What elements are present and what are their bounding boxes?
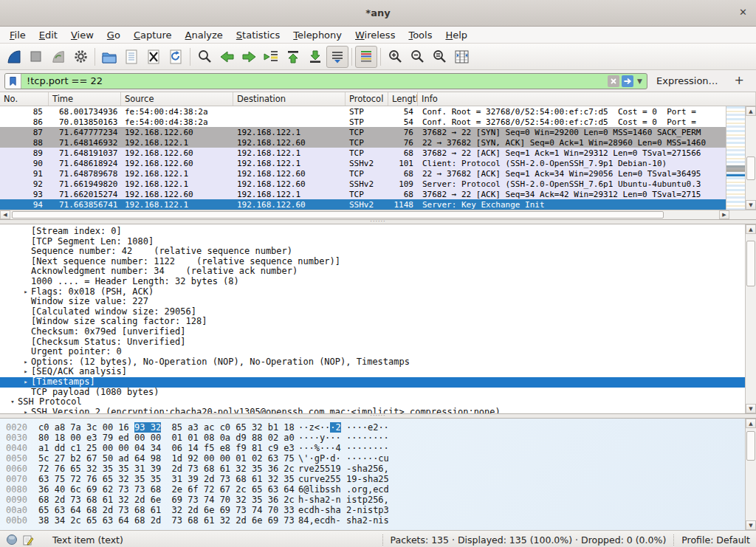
expand-arrow-icon[interactable]: ▸ bbox=[21, 357, 31, 368]
hex-row[interactable]: 00505c 27 b2 67 50 ad 64 98 1d 92 00 00 … bbox=[6, 453, 745, 464]
hex-bytes[interactable]: 68 2d 73 68 61 32 2d 6e 69 73 74 70 32 3… bbox=[38, 495, 298, 505]
clear-filter-icon[interactable] bbox=[608, 75, 619, 87]
column-header-info[interactable]: Info bbox=[418, 92, 756, 106]
scrollbar-thumb[interactable] bbox=[746, 241, 755, 286]
hex-ascii[interactable]: 6@libssh .org,ecd bbox=[298, 484, 389, 495]
packet-row[interactable]: 9471.663856741192.168.122.1192.168.122.6… bbox=[0, 199, 726, 210]
detail-line[interactable]: [Checksum Status: Unverified] bbox=[0, 337, 745, 348]
packet-list-hscrollbar[interactable]: ◀ ▶ bbox=[0, 210, 756, 219]
detail-line[interactable]: [Next sequence number: 1122 (relative se… bbox=[0, 257, 745, 267]
scroll-up-icon[interactable]: ▲ bbox=[746, 106, 756, 116]
menu-tools[interactable]: Tools bbox=[402, 28, 439, 42]
filter-history-caret-icon[interactable]: ▼ bbox=[637, 78, 642, 85]
column-header-destination[interactable]: Destination bbox=[233, 92, 346, 106]
packet-row[interactable]: 8670.013850163fe:54:00:d4:38:2aSTP54Conf… bbox=[0, 117, 726, 127]
hex-bytes[interactable]: 63 75 72 76 65 32 35 35 31 39 2d 73 68 6… bbox=[38, 474, 298, 484]
menu-analyze[interactable]: Analyze bbox=[179, 28, 230, 42]
expand-arrow-icon[interactable]: ▸ bbox=[21, 377, 31, 388]
go-back-button[interactable] bbox=[216, 46, 238, 68]
detail-line[interactable]: 1000 .... = Header Length: 32 bytes (8) bbox=[0, 277, 745, 287]
hex-ascii[interactable]: h-sha2-n istp256, bbox=[298, 495, 389, 505]
hex-bytes[interactable]: 36 40 6c 69 62 73 73 68 2e 6f 72 67 2c 6… bbox=[38, 484, 298, 495]
hex-row[interactable]: 009068 2d 73 68 61 32 2d 6e 69 73 74 70 … bbox=[6, 495, 745, 505]
column-header-source[interactable]: Source bbox=[121, 92, 233, 106]
packet-row[interactable]: 8568.001734936fe:54:00:d4:38:2aSTP54Conf… bbox=[0, 106, 726, 117]
scroll-up-icon[interactable]: ▲ bbox=[746, 419, 756, 428]
hex-ascii[interactable]: rve25519 -sha256, bbox=[298, 464, 389, 474]
go-to-top-button[interactable] bbox=[282, 46, 304, 68]
zoom-reset-button[interactable] bbox=[428, 46, 450, 68]
menu-statistics[interactable]: Statistics bbox=[230, 28, 286, 42]
detail-line[interactable]: ▸[Timestamps] bbox=[0, 377, 745, 388]
column-header-no[interactable]: No. bbox=[0, 92, 49, 106]
column-header-length[interactable]: Length bbox=[388, 92, 418, 106]
packet-row[interactable]: 9171.648789678192.168.122.1192.168.122.6… bbox=[0, 168, 726, 179]
expression-button[interactable]: Expression… bbox=[653, 75, 721, 86]
filter-expression-text[interactable]: !tcp.port == 22 bbox=[21, 75, 608, 86]
apply-filter-icon[interactable] bbox=[622, 75, 633, 87]
go-forward-button[interactable] bbox=[238, 46, 260, 68]
packet-row[interactable]: 8971.648191037192.168.122.60192.168.122.… bbox=[0, 148, 726, 158]
column-header-time[interactable]: Time bbox=[49, 92, 121, 106]
hex-row[interactable]: 0020c0 a8 7a 3c 00 16 93 32 85 a3 ac c0 … bbox=[6, 422, 745, 433]
scrollbar-thumb[interactable] bbox=[746, 156, 755, 180]
hex-ascii[interactable]: ···%···4 ········ bbox=[298, 443, 389, 453]
scrollbar-thumb[interactable] bbox=[746, 431, 755, 461]
scroll-down-icon[interactable]: ▼ bbox=[746, 520, 756, 530]
hex-bytes[interactable]: c0 a8 7a 3c 00 16 93 32 85 a3 ac c0 65 3… bbox=[38, 422, 298, 433]
hex-bytes-highlight[interactable]: 93 32 bbox=[134, 422, 161, 433]
menu-capture[interactable]: Capture bbox=[127, 28, 179, 42]
menu-telephony[interactable]: Telephony bbox=[286, 28, 348, 42]
detail-line[interactable]: [Window size scaling factor: 128] bbox=[0, 317, 745, 327]
expand-arrow-icon[interactable]: ▸ bbox=[21, 407, 31, 413]
hscrollbar-thumb[interactable] bbox=[12, 211, 664, 219]
resize-columns-button[interactable] bbox=[450, 46, 472, 68]
profile-selector[interactable]: Profile: Default bbox=[681, 534, 750, 546]
expand-arrow-icon[interactable]: ▸ bbox=[21, 367, 31, 377]
reload-file-button[interactable] bbox=[165, 46, 187, 68]
save-file-button[interactable] bbox=[120, 46, 142, 68]
hex-ascii[interactable]: \'·gP·d· ······cu bbox=[298, 453, 389, 464]
auto-scroll-button[interactable] bbox=[326, 46, 348, 68]
detail-line[interactable]: ▸Flags: 0x018 (PSH, ACK) bbox=[0, 287, 745, 297]
hex-row[interactable]: 00b038 34 2c 65 63 64 68 2d 73 68 61 32 … bbox=[6, 515, 745, 526]
expert-info-icon[interactable] bbox=[6, 534, 18, 546]
hex-row[interactable]: 0040a1 dd c1 25 00 00 04 34 06 14 f5 e8 … bbox=[6, 443, 745, 453]
go-to-packet-button[interactable] bbox=[260, 46, 282, 68]
expand-arrow-icon[interactable]: ▾ bbox=[7, 397, 18, 407]
restart-capture-button[interactable] bbox=[47, 46, 69, 68]
hex-ascii[interactable]: ····y··· ········ bbox=[298, 433, 389, 443]
detail-line[interactable]: TCP payload (1080 bytes) bbox=[0, 388, 745, 398]
detail-line[interactable]: [Stream index: 0] bbox=[0, 227, 745, 237]
detail-line[interactable]: Urgent pointer: 0 bbox=[0, 347, 745, 357]
hex-ascii-highlight[interactable]: ·2 bbox=[330, 422, 340, 433]
hex-bytes[interactable]: 65 63 64 68 2d 73 68 61 32 2d 6e 69 73 7… bbox=[38, 505, 298, 515]
menu-go[interactable]: Go bbox=[100, 28, 127, 42]
open-file-button[interactable] bbox=[98, 46, 120, 68]
filter-bookmark-button[interactable] bbox=[5, 74, 21, 89]
hex-bytes[interactable]: a1 dd c1 25 00 00 04 34 06 14 f5 e8 f9 8… bbox=[38, 443, 298, 453]
hex-bytes[interactable]: 72 76 65 32 35 35 31 39 2d 73 68 61 32 3… bbox=[38, 464, 298, 474]
menu-help[interactable]: Help bbox=[439, 28, 474, 42]
start-capture-button[interactable] bbox=[3, 46, 25, 68]
hex-ascii[interactable]: ··z<···2 ····e2·· bbox=[298, 422, 389, 433]
hex-row[interactable]: 008036 40 6c 69 62 73 73 68 2e 6f 72 67 … bbox=[6, 484, 745, 495]
expand-arrow-icon[interactable]: ▸ bbox=[21, 287, 31, 297]
hex-row[interactable]: 003080 18 00 e3 79 ed 00 00 01 01 08 0a … bbox=[6, 433, 745, 443]
hex-bytes[interactable]: 38 34 2c 65 63 64 68 2d 73 68 61 32 2d 6… bbox=[38, 515, 298, 526]
packet-row[interactable]: 8771.647777234192.168.122.60192.168.122.… bbox=[0, 127, 726, 137]
detail-line[interactable]: [Calculated window size: 29056] bbox=[0, 307, 745, 317]
scroll-down-icon[interactable]: ▼ bbox=[746, 404, 756, 413]
detail-line[interactable]: ▸Options: (12 bytes), No-Operation (NOP)… bbox=[0, 357, 745, 368]
detail-line[interactable]: Acknowledgment number: 34 (relative ack … bbox=[0, 266, 745, 277]
detail-line[interactable]: Sequence number: 42 (relative sequence n… bbox=[0, 247, 745, 257]
details-vscrollbar[interactable]: ▲ ▼ bbox=[745, 224, 756, 413]
detail-line[interactable]: Checksum: 0x79ed [unverified] bbox=[0, 327, 745, 337]
menu-view[interactable]: View bbox=[64, 28, 100, 42]
detail-line[interactable]: ▾SSH Protocol bbox=[0, 397, 745, 407]
column-header-protocol[interactable]: Protocol bbox=[346, 92, 388, 106]
close-window-icon[interactable]: ✕ bbox=[739, 7, 747, 18]
packet-row[interactable]: 9071.648618924192.168.122.60192.168.122.… bbox=[0, 158, 726, 168]
hex-row[interactable]: 007063 75 72 76 65 32 35 35 31 39 2d 73 … bbox=[6, 474, 745, 484]
hex-bytes[interactable]: 80 18 00 e3 79 ed 00 00 01 01 08 0a d9 8… bbox=[38, 433, 298, 443]
